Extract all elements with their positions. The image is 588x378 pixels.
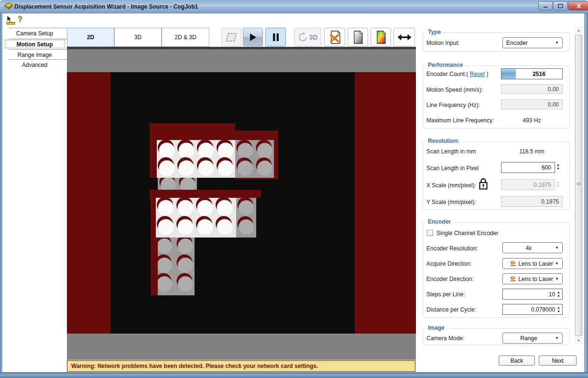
sidebar-item-camera-setup[interactable]: Camera Setup [2, 29, 67, 38]
distance-per-cycle-spinner[interactable]: ▲▼ [557, 306, 562, 313]
scrollbar-up-icon[interactable]: ▲ [575, 26, 583, 34]
spinner-up-icon[interactable]: ▲ [556, 163, 560, 167]
tab-2d-and-3d[interactable]: 2D & 3D [162, 28, 209, 47]
title-bar: Displacement Sensor Acquisition Wizard -… [0, 0, 588, 13]
spinner-down-icon[interactable]: ▼ [557, 294, 560, 298]
motion-input-dropdown[interactable]: Encoder ▼ [502, 37, 563, 48]
y-scale-value: 0.1975 [541, 198, 562, 205]
steps-per-line-label: Steps per Line: [426, 291, 465, 298]
distance-per-cycle-field[interactable]: 0.079000 ▲▼ [502, 304, 563, 315]
app-icon [4, 2, 13, 10]
spinner-up-icon[interactable]: ▲ [557, 291, 560, 294]
pause-button[interactable] [265, 28, 286, 46]
scan-length-pixel-value: 600 [542, 164, 555, 171]
pointer-ruler-icon[interactable] [6, 15, 16, 25]
close-icon [577, 4, 581, 8]
page-discard-x-icon [328, 31, 341, 44]
sidebar-item-range-image[interactable]: Range Image [2, 50, 67, 60]
line-frequency-value: 0.00 [548, 101, 562, 108]
motion-speed-value: 0.00 [548, 86, 562, 93]
distance-per-cycle-label: Distance per Cycle: [426, 306, 476, 313]
scrollbar-thumb[interactable] [575, 35, 582, 336]
minimize-button[interactable] [538, 1, 553, 11]
y-scale-field: 0.1975 [501, 196, 563, 207]
camera-mode-label: Camera Mode: [426, 335, 464, 342]
scan-length-pixel-field[interactable]: 600 [501, 162, 555, 173]
play-icon [249, 33, 257, 42]
back-button[interactable]: Back [499, 356, 535, 366]
scan-length-pixel-spinner[interactable]: ▲▼ [556, 163, 560, 171]
close-button[interactable] [568, 1, 588, 11]
chevron-down-icon: ▼ [555, 277, 559, 281]
x-scale-label: X Scale (mm/pixel): [426, 182, 476, 189]
group-type-title: Type [425, 29, 443, 35]
colormap-image-button[interactable] [370, 28, 391, 46]
window-title: Displacement Sensor Acquisition Wizard -… [14, 3, 198, 10]
spinner-down-icon: ▼ [556, 184, 560, 188]
page-grayscale-icon [352, 31, 364, 44]
spinner-down-icon[interactable]: ▼ [556, 167, 560, 171]
scan-length-mm-label: Scan Length in mm [426, 148, 476, 155]
encoder-resolution-value: 4x [526, 245, 536, 251]
acquire-direction-label: Acquire Direction: [426, 260, 472, 267]
rotate-3d-icon [298, 32, 308, 43]
sidebar-divider [9, 49, 67, 50]
motion-input-label: Motion Input: [426, 40, 459, 46]
sidebar-item-advanced[interactable]: Advanced [2, 60, 67, 70]
discard-image-button[interactable] [324, 28, 345, 46]
spinner-down-icon[interactable]: ▼ [557, 310, 560, 313]
distance-per-cycle-value: 0.079000 [531, 306, 557, 313]
encoder-direction-value: Lens to Laser [518, 276, 555, 282]
help-icon[interactable]: ? [18, 15, 22, 23]
next-button[interactable]: Next [539, 356, 577, 366]
warning-banner: Warning: Network problems have been dete… [67, 360, 415, 372]
lock-icon[interactable] [479, 178, 488, 190]
steps-per-line-field[interactable]: 10 ▲▼ [502, 289, 563, 300]
chevron-down-icon: ▼ [555, 336, 559, 340]
group-encoder [423, 222, 570, 318]
play-button[interactable] [243, 28, 263, 46]
steps-per-line-spinner[interactable]: ▲▼ [557, 291, 562, 298]
maximize-button[interactable] [553, 1, 567, 11]
tab-3d[interactable]: 3D [114, 28, 162, 47]
group-image-title: Image [425, 324, 447, 331]
scan-length-pixel-label: Scan Length in Pixel [426, 165, 479, 172]
single-channel-encoder-label: Single Channel Encoder [436, 230, 498, 237]
steps-per-line-value: 10 [549, 291, 557, 298]
acquire-direction-value: Lens to Laser [518, 260, 555, 267]
range-image-display [67, 49, 416, 360]
x-scale-spinner: ▲▼ [556, 180, 560, 188]
lens-to-laser-icon [510, 261, 516, 266]
spinner-up-icon[interactable]: ▲ [557, 306, 560, 310]
sidebar-divider [9, 59, 67, 60]
camera-mode-dropdown[interactable]: Range ▼ [502, 333, 563, 344]
minimize-icon [543, 4, 548, 8]
sidebar-divider [9, 39, 67, 39]
spinner-up-icon: ▲ [556, 180, 560, 184]
group-performance-title: Performance [425, 62, 465, 68]
image-top-band [67, 49, 416, 72]
acquire-direction-dropdown[interactable]: Lens to Laser ▼ [502, 258, 563, 269]
y-scale-label: Y Scale (mm/pixel): [426, 199, 476, 205]
encoder-direction-dropdown[interactable]: Lens to Laser ▼ [502, 273, 563, 284]
motion-input-value: Encoder [506, 40, 528, 46]
max-line-frequency-value: 493 Hz [501, 117, 563, 124]
motion-speed-label: Motion Speed (mm/s): [426, 86, 483, 93]
roi-parallelogram-icon [225, 32, 238, 42]
reset-link[interactable]: Reset [470, 71, 485, 77]
pause-icon [272, 33, 279, 42]
grayscale-image-button[interactable] [348, 28, 368, 46]
sidebar-item-motion-setup[interactable]: Motion Setup [2, 40, 67, 49]
encoder-resolution-dropdown[interactable]: 4x ▼ [502, 242, 563, 253]
scrollbar-down-icon[interactable]: ▼ [575, 336, 583, 345]
line-frequency-label: Line Frequency (Hz): [426, 102, 480, 108]
roi-button[interactable] [221, 28, 241, 46]
fit-width-button[interactable] [393, 28, 415, 46]
encoder-count-value: 2516 [516, 71, 562, 77]
single-channel-encoder-checkbox[interactable] [427, 230, 433, 236]
chevron-down-icon: ▼ [555, 261, 559, 266]
encoder-count-field[interactable]: 2516 [501, 68, 563, 79]
tab-2d[interactable]: 2D [67, 28, 114, 47]
rotate-3d-button[interactable]: 3D [294, 28, 321, 46]
motion-speed-field: 0.00 [501, 84, 563, 94]
